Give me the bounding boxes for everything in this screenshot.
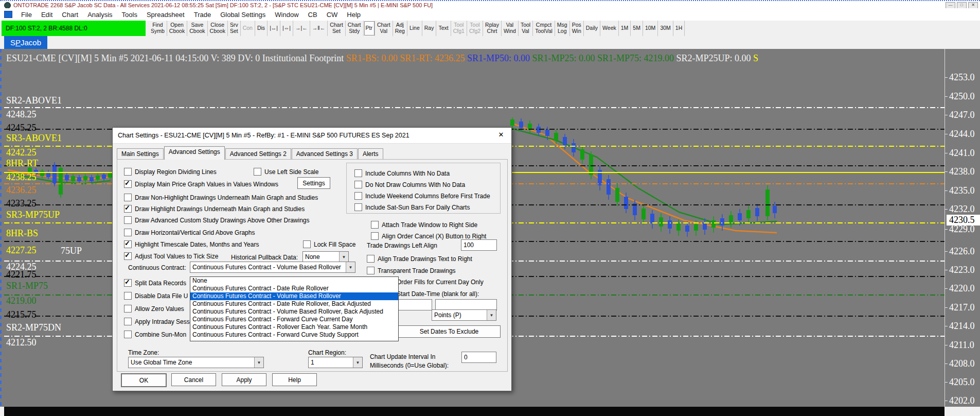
checkbox-row-split-data-records[interactable]: ✓Split Data Records	[124, 279, 186, 287]
adjust-region-button[interactable]: AdjReg	[393, 21, 407, 36]
save-chartbook-button[interactable]: SaveCbook	[187, 21, 207, 36]
ray-tool-button[interactable]: Ray	[422, 21, 437, 36]
replay-chart-button[interactable]: RplayChrt	[483, 21, 502, 36]
timeframe-1h-button[interactable]: 1H	[673, 21, 685, 36]
menu-item-cb[interactable]: CB	[304, 11, 322, 19]
disconnect-button[interactable]: Dis	[255, 21, 268, 36]
checkbox[interactable]	[303, 240, 311, 248]
checkbox-row-allow-zero-values[interactable]: Allow Zero Values	[124, 305, 184, 313]
checkbox[interactable]: ✓	[124, 205, 132, 213]
dialog-tab-advanced-settings-3[interactable]: Advanced Settings 3	[292, 148, 358, 160]
checkbox-row-combine-sun-mon[interactable]: Combine Sun-Mon	[124, 331, 186, 338]
checkbox[interactable]	[367, 267, 375, 274]
combo-box[interactable]: Points (P)▼	[432, 309, 496, 321]
menu-item-window[interactable]: Window	[270, 11, 303, 19]
position-window-button[interactable]: PosWin	[570, 21, 584, 36]
values-window-button[interactable]: ValWind	[502, 21, 519, 36]
bar-spacing-decrease-icon[interactable]: |↔|	[268, 21, 280, 36]
checkbox[interactable]	[124, 168, 132, 176]
checkbox-row-display-main-price-graph-val[interactable]: ✓Display Main Price Graph Values in Valu…	[124, 180, 278, 188]
checkbox-row-attach-trade-window-to-right[interactable]: Attach Trade Window to Right Side	[371, 221, 477, 229]
settings-button[interactable]: Settings	[297, 177, 330, 189]
menu-item-file[interactable]: File	[16, 11, 37, 19]
dropdown-item[interactable]: Continuous Futures Contract - Date Rule …	[190, 285, 398, 292]
dropdown-item[interactable]: Continuous Futures Contract - Date Rule …	[190, 300, 398, 308]
dialog-tab-advanced-settings-2[interactable]: Advanced Settings 2	[225, 148, 291, 160]
checkbox[interactable]: ✓	[124, 252, 132, 260]
apply-button[interactable]: Apply	[222, 373, 266, 386]
chart-settings-button[interactable]: ChartSet	[328, 21, 346, 36]
checkbox[interactable]	[124, 194, 132, 201]
historical-pullback-combo[interactable]: None ▼	[302, 251, 349, 263]
tool-values-button[interactable]: ToolVal	[519, 21, 533, 36]
dialog-title-bar[interactable]: Chart Settings - ESU21-CME [CV][M] 5 Min…	[113, 128, 511, 144]
open-chartbook-button[interactable]: OpenCbook	[167, 21, 187, 36]
checkbox[interactable]	[124, 229, 132, 236]
timeframe-10m-button[interactable]: 10M	[643, 21, 658, 36]
cancel-button[interactable]: Cancel	[171, 373, 216, 386]
line-tool-button[interactable]: Line	[407, 21, 422, 36]
checkbox[interactable]	[367, 255, 375, 263]
squeeze-spacing-fill-icon[interactable]: →‖←	[310, 21, 328, 36]
checkbox[interactable]	[124, 318, 132, 325]
sheet-tab-sp-jacob[interactable]: SP Jacob	[4, 36, 47, 49]
checkbox-row-align-order-cancel-x-butto[interactable]: Align Order Cancel (X) Button to Right	[371, 232, 486, 240]
menu-item-help[interactable]: Help	[342, 11, 365, 19]
checkbox-row-include-columns-with-no-data[interactable]: Include Columns With No Data	[354, 169, 450, 177]
timeframe-1m-button[interactable]: 1M	[619, 21, 631, 36]
continuous-contract-dropdown-list[interactable]: NoneContinuous Futures Contract - Date R…	[190, 276, 399, 341]
bar-spacing-increase-icon[interactable]: |⇔|	[280, 21, 293, 36]
checkbox[interactable]	[124, 331, 132, 338]
checkbox[interactable]	[124, 216, 132, 224]
checkbox[interactable]: ✓	[124, 180, 132, 188]
checkbox-row-apply-intraday-sess[interactable]: Apply Intraday Sess	[124, 318, 190, 325]
dialog-tab-main-settings[interactable]: Main Settings	[117, 148, 164, 160]
dropdown-item[interactable]: None	[190, 277, 398, 285]
dialog-tab-advanced-settings[interactable]: Advanced Settings	[164, 146, 225, 160]
menu-item-global-settings[interactable]: Global Settings	[216, 11, 270, 19]
checkbox[interactable]	[371, 221, 379, 229]
ok-button[interactable]: OK	[121, 373, 167, 387]
dropdown-item[interactable]: Continuous Futures Contract - Forward Cu…	[190, 316, 398, 323]
checkbox-row-disable-data-file-u[interactable]: Disable Data File U	[124, 292, 188, 300]
dropdown-item[interactable]: Continuous Futures Contract - Forward Cu…	[190, 331, 398, 339]
menu-item-cw[interactable]: CW	[322, 11, 343, 19]
checkbox-row-use-left-side-scale[interactable]: Use Left Side Scale	[254, 168, 318, 176]
find-symbol-button[interactable]: FindSymb	[149, 21, 167, 36]
checkbox-row-align-trade-drawings-text-to[interactable]: Align Trade Drawings Text to Right	[367, 255, 472, 263]
checkbox-row-draw-horizontal-vertical-gri[interactable]: Draw Horizontal/Vertical Grid Above Grap…	[124, 229, 255, 236]
dropdown-item[interactable]: Continuous Futures Contract - Rollover E…	[190, 323, 398, 331]
checkbox-row-include-weekend-columns-befo[interactable]: Include Weekend Columns Before First Tra…	[354, 192, 490, 200]
pointer-tool-button[interactable]: Ptr	[364, 21, 375, 36]
chart-region-combo[interactable]: 1 ▼	[308, 357, 363, 368]
checkbox-row-lock-fill-space[interactable]: Lock Fill Space	[303, 240, 355, 248]
dropdown-item[interactable]: Continuous Futures Contract - Volume Bas…	[190, 292, 398, 300]
close-chartbook-button[interactable]: CloseCbook	[208, 21, 228, 36]
help-button[interactable]: Help	[272, 373, 317, 386]
text-input[interactable]: 100	[461, 239, 497, 251]
checkbox[interactable]: ✓	[124, 240, 132, 248]
time-zone-combo[interactable]: Use Global Time Zone ▼	[128, 357, 264, 368]
dropdown-item[interactable]: Continuous Futures Contract - Volume Bas…	[190, 308, 398, 316]
timeframe-week-button[interactable]: Week	[600, 21, 619, 36]
chart-values-button[interactable]: ChartVal	[375, 21, 393, 36]
checkbox-row-display-region-dividing-line[interactable]: Display Region Dividing Lines	[124, 168, 217, 176]
menu-item-edit[interactable]: Edit	[37, 11, 57, 19]
checkbox[interactable]	[254, 168, 261, 176]
checkbox[interactable]: ✓	[124, 279, 132, 287]
update-interval-input[interactable]: 0	[461, 352, 496, 363]
menu-item-trade[interactable]: Trade	[189, 11, 216, 19]
menu-item-chart[interactable]: Chart	[57, 11, 83, 19]
checkbox-row-do-not-draw-columns-with-no-[interactable]: Do Not Draw Columns With No Data	[354, 181, 465, 188]
menu-item-analysis[interactable]: Analysis	[83, 11, 117, 19]
checkbox[interactable]	[124, 305, 132, 313]
checkbox-row-highlight-timescale-dates-m[interactable]: ✓Highlight Timescale Dates, Months and Y…	[124, 240, 259, 248]
checkbox-row-draw-non-highlight-drawings-[interactable]: Draw Non-Highlight Drawings Underneath M…	[124, 194, 318, 201]
checkbox-row-transparent-trade-drawings[interactable]: Transparent Trade Drawings	[367, 267, 456, 274]
checkbox[interactable]	[354, 169, 362, 177]
checkbox[interactable]	[354, 181, 362, 188]
text-tool-button[interactable]: Text	[436, 21, 451, 36]
close-icon[interactable]: ✕	[496, 131, 506, 140]
checkbox-row-include-sat-sun-bars-for-dai[interactable]: Include Sat-Sun Bars For Daily Charts	[354, 203, 470, 211]
chart-study-button[interactable]: ChartStdy	[346, 21, 364, 36]
